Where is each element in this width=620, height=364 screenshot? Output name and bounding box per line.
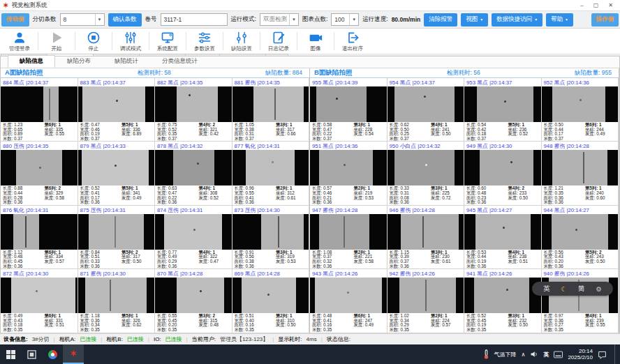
defect-cell-878[interactable]: 878 黑点 |20:14:32长度: 0.63宽度: 0.47面积: 0.22… bbox=[155, 142, 232, 205]
defect-cell-941[interactable]: 941 黑点 |20:14:26长度: 0.52宽度: 0.45面积: 0.19… bbox=[464, 269, 542, 333]
inspection-app-taskbar-icon[interactable]: ✶ bbox=[63, 344, 84, 364]
defect-image[interactable] bbox=[1, 278, 78, 313]
run-mode-select[interactable]: 双面检测▼ bbox=[260, 13, 299, 26]
toolbar-button-camera[interactable]: 图像 bbox=[297, 29, 334, 53]
volume-icon[interactable] bbox=[530, 350, 538, 358]
defect-image[interactable] bbox=[310, 278, 387, 313]
keyboard-icon[interactable] bbox=[554, 351, 563, 358]
defect-image[interactable] bbox=[388, 150, 464, 185]
data-quick-access-menu-button[interactable]: 数据快捷访问▼ bbox=[492, 13, 542, 26]
defect-image[interactable] bbox=[78, 214, 155, 250]
defect-cell-880[interactable]: 880 压伤 |20:14:35长度: 0.88宽度: 0.44面积: 0.28… bbox=[1, 142, 78, 205]
maximize-button[interactable]: ▢ bbox=[593, 2, 599, 8]
toolbar-button-defect-sliders[interactable]: 缺陷设置 bbox=[223, 29, 260, 53]
gear-icon[interactable]: ⚙ bbox=[596, 285, 602, 293]
moon-icon[interactable]: ☾ bbox=[561, 285, 567, 293]
defect-cell-881[interactable]: 881 擦伤 |20:14:35长度: 1.05宽度: 0.38面积: 0.31… bbox=[232, 78, 310, 142]
defect-image[interactable] bbox=[464, 278, 541, 313]
taskbar-clock[interactable]: 20:14 2025/2/10 bbox=[568, 348, 593, 361]
defect-image[interactable] bbox=[464, 150, 541, 185]
defect-cell-883[interactable]: 883 黑点 |20:14:37长度: 0.47宽度: 0.46面积: 0.19… bbox=[78, 78, 156, 142]
defect-cell-882[interactable]: 882 黑点 |20:14:35长度: 0.75宽度: 0.52面积: 0.35… bbox=[155, 78, 232, 142]
defect-cell-954[interactable]: 954 黑点 |20:14:37长度: 0.62宽度: 0.50面积: 0.25… bbox=[388, 78, 465, 142]
defect-cell-955[interactable]: 955 黑点 |20:14:39长度: 0.58宽度: 0.47面积: 0.22… bbox=[310, 78, 388, 142]
defect-cell-945[interactable]: 945 黑点 |20:14:27长度: 0.53宽度: 0.44面积: 0.19… bbox=[464, 206, 542, 269]
defect-cell-951[interactable]: 951 黑点 |20:14:36长度: 0.57宽度: 0.46面积: 0.21… bbox=[310, 142, 388, 205]
defect-image[interactable] bbox=[310, 150, 387, 185]
defect-cell-943[interactable]: 943 黑点 |20:14:26长度: 0.48宽度: 0.41面积: 0.16… bbox=[310, 269, 388, 333]
subtab-缺陷统计[interactable]: 缺陷统计 bbox=[103, 55, 150, 68]
defect-cell-871[interactable]: 871 擦伤 |20:14:30长度: 1.18宽度: 0.36面积: 0.34… bbox=[78, 269, 156, 333]
defect-cell-944[interactable]: 944 黑点 |20:14:27长度: 0.56宽度: 0.43面积: 0.20… bbox=[542, 206, 619, 269]
defect-image[interactable] bbox=[388, 214, 464, 250]
defect-cell-873[interactable]: 873 压伤 |20:14:30长度: 0.91宽度: 0.56面积: 0.38… bbox=[232, 206, 310, 269]
defect-image[interactable] bbox=[310, 214, 387, 250]
defect-cell-947[interactable]: 947 擦伤 |20:14:28长度: 1.08宽度: 0.37面积: 0.32… bbox=[310, 206, 388, 269]
ime-toolbar[interactable]: 英 ☾ 简 ⚙ bbox=[532, 282, 613, 296]
defect-cell-949[interactable]: 949 黑点 |20:14:30长度: 0.60宽度: 0.48面积: 0.23… bbox=[464, 142, 542, 205]
ime-simplified-toggle[interactable]: 简 bbox=[578, 285, 585, 294]
defect-image[interactable] bbox=[464, 86, 541, 122]
defect-image[interactable] bbox=[155, 86, 232, 122]
chart-points-select[interactable]: 100▼ bbox=[331, 13, 359, 26]
subtab-缺陷分布[interactable]: 缺陷分布 bbox=[55, 55, 103, 68]
help-menu-button[interactable]: 帮助▼ bbox=[546, 13, 573, 26]
defect-image[interactable] bbox=[542, 86, 619, 122]
defect-image[interactable] bbox=[542, 214, 619, 250]
roll-number-input[interactable]: 3117-1 bbox=[161, 13, 228, 26]
subtab-分类信息统计[interactable]: 分类信息统计 bbox=[150, 55, 209, 68]
defect-image[interactable] bbox=[155, 150, 232, 185]
defect-image[interactable] bbox=[542, 150, 619, 185]
toolbar-button-exit[interactable]: 退出程序 bbox=[334, 29, 371, 53]
action-center-icon[interactable] bbox=[598, 350, 607, 359]
view-menu-button[interactable]: 视图▼ bbox=[461, 13, 488, 26]
defect-image[interactable] bbox=[388, 86, 464, 122]
defect-image[interactable] bbox=[78, 86, 155, 122]
defect-image[interactable] bbox=[232, 214, 309, 250]
defect-image[interactable] bbox=[155, 214, 232, 250]
defect-image[interactable] bbox=[1, 86, 78, 122]
slit-count-select[interactable]: 8▼ bbox=[60, 13, 105, 26]
confirm-count-button[interactable]: 确认条数 bbox=[108, 13, 142, 26]
defect-image[interactable] bbox=[232, 278, 309, 313]
defect-image[interactable] bbox=[232, 86, 309, 122]
toolbar-button-debug-sliders[interactable]: 调试模式 bbox=[112, 29, 149, 53]
clear-alarm-button[interactable]: 清除报警 bbox=[424, 13, 457, 26]
defect-image[interactable] bbox=[310, 86, 387, 122]
toolbar-button-user[interactable]: 管理登录 bbox=[1, 29, 38, 53]
defect-cell-952[interactable]: 952 黑点 |20:14:36长度: 0.50宽度: 0.44面积: 0.17… bbox=[542, 78, 619, 142]
defect-image[interactable] bbox=[1, 214, 78, 250]
defect-cell-940[interactable]: 940 擦伤 |20:14:26长度: 0.97宽度: 0.36面积: 0.27… bbox=[542, 269, 619, 333]
defect-cell-875[interactable]: 875 压伤 |20:14:31长度: 0.84宽度: 0.51面积: 0.33… bbox=[78, 206, 156, 269]
toolbar-button-param-sliders[interactable]: 参数设置 bbox=[186, 29, 223, 53]
tray-expand-chevron[interactable]: ∧ bbox=[522, 351, 526, 358]
defect-cell-950[interactable]: 950 小白点 |20:14:32长度: 0.33宽度: 0.31面积: 0.0… bbox=[388, 142, 465, 205]
defect-cell-876[interactable]: 876 氧化 |20:14:31长度: 1.12宽度: 0.48面积: 0.45… bbox=[1, 206, 78, 269]
defect-cell-869[interactable]: 869 黑点 |20:14:28长度: 0.51宽度: 0.40面积: 0.16… bbox=[232, 269, 310, 333]
toolbar-button-stop[interactable]: 停止 bbox=[75, 29, 112, 53]
defect-cell-884[interactable]: 884 黑点 |20:14:37长度: 1.23宽度: 0.65面积: 0.89… bbox=[1, 78, 78, 142]
defect-cell-946[interactable]: 946 擦伤 |20:14:28长度: 1.15宽度: 0.39面积: 0.37… bbox=[388, 206, 465, 269]
defect-cell-879[interactable]: 879 黑点 |20:14:33长度: 0.52宽度: 0.41面积: 0.17… bbox=[78, 142, 156, 205]
operate-side-button[interactable]: 操作侧 bbox=[591, 13, 619, 26]
defect-image[interactable] bbox=[1, 150, 78, 185]
start-button[interactable] bbox=[0, 344, 21, 364]
ime-english-toggle[interactable]: 英 bbox=[543, 285, 550, 294]
defect-image[interactable] bbox=[388, 278, 464, 313]
defect-cell-953[interactable]: 953 黑点 |20:14:37长度: 0.54宽度: 0.42面积: 0.18… bbox=[464, 78, 542, 142]
defect-cell-874[interactable]: 874 压伤 |20:14:31长度: 0.77宽度: 0.49面积: 0.29… bbox=[155, 206, 232, 269]
defect-image[interactable] bbox=[464, 214, 541, 250]
toolbar-button-log[interactable]: 日志记录 bbox=[260, 29, 297, 53]
defect-image[interactable] bbox=[155, 278, 232, 313]
defect-cell-942[interactable]: 942 擦伤 |20:14:26长度: 1.02宽度: 0.34面积: 0.29… bbox=[388, 269, 465, 333]
defect-cell-870[interactable]: 870 黑点 |20:14:28长度: 0.55宽度: 0.45面积: 0.20… bbox=[155, 269, 232, 333]
language-indicator[interactable]: 英 bbox=[543, 351, 549, 358]
defect-image[interactable] bbox=[78, 150, 155, 185]
browser-taskbar-icon[interactable] bbox=[42, 344, 63, 364]
defect-cell-948[interactable]: 948 擦伤 |20:14:28长度: 1.21宽度: 0.35面积: 0.36… bbox=[542, 142, 619, 205]
drive-side-button[interactable]: 传动侧 bbox=[1, 13, 29, 26]
minimize-button[interactable]: – bbox=[580, 2, 583, 8]
close-button[interactable]: ✕ bbox=[608, 2, 613, 8]
defect-cell-872[interactable]: 872 黑点 |20:14:30长度: 0.49宽度: 0.43面积: 0.18… bbox=[1, 269, 78, 333]
toolbar-button-monitor[interactable]: 系统配置 bbox=[149, 29, 186, 53]
